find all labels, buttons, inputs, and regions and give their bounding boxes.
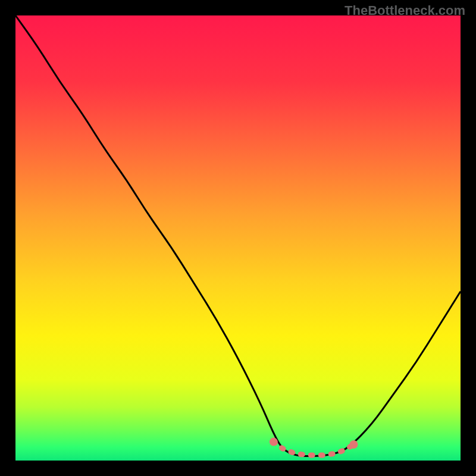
watermark-text: TheBottleneck.com xyxy=(345,3,465,18)
chart-svg xyxy=(15,15,461,461)
optimal-region-endpoint xyxy=(270,438,278,446)
optimal-region-endpoint xyxy=(349,440,358,449)
chart-container: TheBottleneck.com xyxy=(0,0,476,476)
plot-area xyxy=(15,15,461,461)
